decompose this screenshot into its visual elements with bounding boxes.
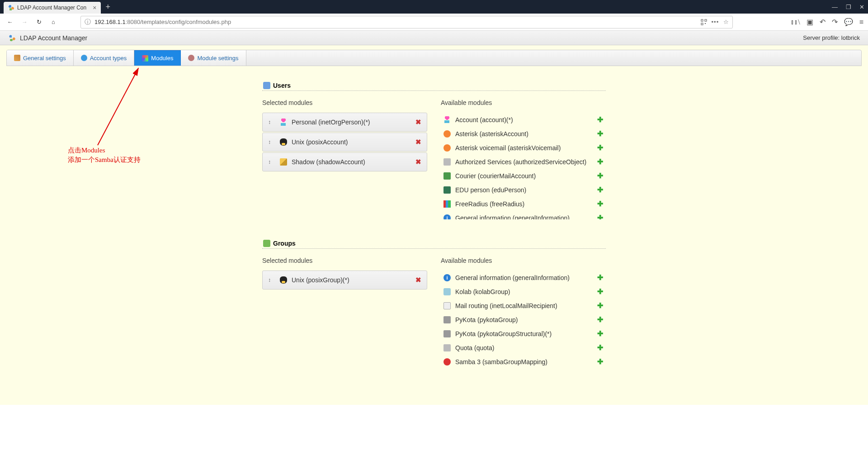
selected-module-item[interactable]: ↕Personal (inetOrgPerson)(*)✖ (262, 113, 427, 132)
tab-account-types[interactable]: Account types (74, 50, 135, 66)
tab-modules[interactable]: Modules (134, 50, 181, 66)
module-icon (443, 144, 451, 152)
url-text: 192.168.1.1:8080/templates/config/confmo… (94, 19, 701, 25)
available-module-item: General information (generalInformation)… (441, 211, 606, 219)
module-label: PyKota (pykotaGroupStructural)(*) (455, 330, 597, 337)
drag-handle-icon[interactable]: ↕ (268, 159, 271, 165)
add-module-icon[interactable]: ✚ (597, 143, 603, 152)
app-logo-icon (8, 34, 16, 42)
module-icon (280, 276, 287, 284)
qr-icon[interactable] (701, 19, 707, 25)
module-icon (280, 138, 287, 146)
available-module-item: Account (account)(*)✚ (441, 113, 606, 127)
gear-icon (188, 55, 194, 61)
svg-rect-1 (705, 19, 707, 21)
remove-module-icon[interactable]: ✖ (415, 276, 421, 284)
add-module-icon[interactable]: ✚ (597, 157, 603, 166)
back-button[interactable]: ← (5, 17, 15, 28)
module-label: Kolab (kolabGroup) (455, 288, 597, 295)
add-module-icon[interactable]: ✚ (597, 129, 603, 138)
module-label: FreeRadius (freeRadius) (455, 200, 597, 208)
available-module-item: Mail routing (inetLocalMailRecipient)✚ (441, 299, 606, 313)
app-header: LDAP Account Manager Server profile: lot… (0, 31, 868, 45)
users-section: Users Selected modules ↕Personal (inetOr… (262, 80, 606, 219)
module-icon (443, 214, 451, 220)
chat-icon[interactable]: 💬 (844, 18, 853, 26)
forward-button[interactable]: → (19, 17, 30, 28)
app-title: LDAP Account Manager (20, 34, 87, 42)
module-label: General information (generalInformation) (455, 274, 597, 281)
remove-module-icon[interactable]: ✖ (415, 138, 421, 146)
add-module-icon[interactable]: ✚ (597, 287, 603, 296)
page: LDAP Account Manager Server profile: lot… (0, 31, 868, 470)
svg-rect-0 (701, 19, 703, 21)
modules-icon (142, 55, 148, 62)
available-module-item: PyKota (pykotaGroupStructural)(*)✚ (441, 327, 606, 341)
reload-button[interactable]: ↻ (33, 17, 44, 28)
groups-icon (263, 240, 270, 247)
browser-tab[interactable]: LDAP Account Manager Con × (4, 2, 101, 14)
svg-rect-2 (701, 23, 703, 25)
selected-module-item[interactable]: ↕Unix (posixAccount)✖ (262, 133, 427, 152)
add-module-icon[interactable]: ✚ (597, 185, 603, 194)
drag-handle-icon[interactable]: ↕ (268, 277, 271, 283)
selected-module-item[interactable]: ↕Shadow (shadowAccount)✖ (262, 152, 427, 171)
remove-module-icon[interactable]: ✖ (415, 118, 421, 126)
new-tab-button[interactable]: + (105, 2, 110, 12)
tab-general-settings[interactable]: General settings (7, 50, 74, 66)
remove-module-icon[interactable]: ✖ (415, 158, 421, 166)
window-controls: — ❐ ✕ (832, 4, 864, 10)
drag-handle-icon[interactable]: ↕ (268, 119, 271, 125)
available-heading: Available modules (441, 257, 606, 264)
module-icon (443, 186, 451, 194)
module-label: Quota (quota) (455, 344, 597, 351)
drag-handle-icon[interactable]: ↕ (268, 139, 271, 145)
add-module-icon[interactable]: ✚ (597, 357, 603, 366)
selected-module-item[interactable]: ↕Unix (posixGroup)(*)✖ (262, 271, 427, 290)
tab-favicon (8, 5, 14, 11)
add-module-icon[interactable]: ✚ (597, 214, 603, 219)
tab-title: LDAP Account Manager Con (17, 5, 86, 11)
close-tab-icon[interactable]: × (93, 4, 96, 11)
svg-rect-3 (705, 23, 706, 24)
available-module-item: FreeRadius (freeRadius)✚ (441, 197, 606, 211)
module-label: Shadow (shadowAccount) (292, 158, 415, 166)
close-window-button[interactable]: ✕ (859, 4, 864, 10)
page-actions-icon[interactable]: ••• (712, 19, 719, 25)
module-icon (443, 200, 451, 208)
groups-section-title: Groups (273, 240, 296, 247)
add-module-icon[interactable]: ✚ (597, 199, 603, 208)
bookmark-icon[interactable]: ☆ (723, 19, 729, 25)
add-module-icon[interactable]: ✚ (597, 301, 603, 310)
library-icon[interactable]: ⫾⫾\ (791, 18, 800, 26)
available-module-item: Kolab (kolabGroup)✚ (441, 285, 606, 299)
home-button[interactable]: ⌂ (48, 17, 59, 28)
add-module-icon[interactable]: ✚ (597, 115, 603, 124)
add-module-icon[interactable]: ✚ (597, 315, 603, 324)
users-icon (263, 82, 270, 89)
module-label: Authorized Services (authorizedServiceOb… (455, 158, 597, 166)
wrench-icon (14, 55, 20, 61)
add-module-icon[interactable]: ✚ (597, 343, 603, 352)
module-label: Unix (posixAccount) (292, 138, 415, 146)
selected-heading: Selected modules (262, 257, 427, 264)
add-module-icon[interactable]: ✚ (597, 171, 603, 180)
module-label: Courier (courierMailAccount) (455, 172, 597, 180)
undo-icon[interactable]: ↶ (820, 18, 826, 26)
refresh-icon (81, 55, 87, 61)
module-label: Personal (inetOrgPerson)(*) (292, 119, 415, 126)
tab-module-settings[interactable]: Module settings (181, 50, 246, 66)
add-module-icon[interactable]: ✚ (597, 329, 603, 338)
module-label: Account (account)(*) (455, 116, 597, 123)
sidebar-icon[interactable]: ▣ (807, 18, 813, 26)
minimize-button[interactable]: — (832, 4, 838, 10)
svg-line-4 (98, 68, 138, 145)
module-icon (443, 316, 451, 323)
site-info-icon[interactable]: ⓘ (85, 18, 91, 26)
add-module-icon[interactable]: ✚ (597, 273, 603, 282)
menu-icon[interactable]: ≡ (859, 18, 863, 26)
maximize-button[interactable]: ❐ (846, 4, 851, 10)
available-module-item: Asterisk voicemail (asteriskVoicemail)✚ (441, 141, 606, 155)
redo-icon[interactable]: ↷ (832, 18, 838, 26)
url-bar[interactable]: ⓘ 192.168.1.1:8080/templates/config/conf… (80, 16, 733, 28)
